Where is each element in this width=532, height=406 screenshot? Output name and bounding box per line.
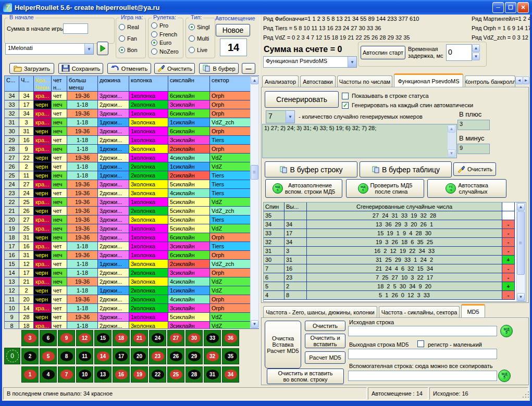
board-cell-9[interactable]: 9 bbox=[58, 330, 75, 346]
generated-row[interactable]: 323419 3 26 18 6 35 25- bbox=[264, 238, 526, 247]
generated-row[interactable]: 6237 25 27 10 3 22 17- bbox=[264, 273, 526, 282]
resize-grip[interactable] bbox=[522, 391, 529, 399]
scroll-up-icon[interactable]: ▲ bbox=[251, 77, 258, 84]
toolbar-clear-button[interactable]: Очистить bbox=[154, 63, 195, 74]
md5-clear-paste-calc-button[interactable]: ОчисткаВставкаРасчет MD5 bbox=[265, 321, 301, 369]
radio-icon[interactable] bbox=[151, 31, 157, 37]
board-cell-30[interactable]: 30 bbox=[185, 330, 203, 346]
history-row[interactable]: 1014кра...чет1-182дюжи...2колонка3сиклай… bbox=[5, 304, 258, 313]
radio-icon[interactable] bbox=[189, 35, 195, 42]
history-row[interactable]: 2722чернчет19-362дюжи...1колонка4сиклайн… bbox=[5, 154, 258, 162]
generated-row[interactable]: 331715 19 1 9 4 28 30- bbox=[264, 229, 526, 238]
history-row[interactable]: 1925кра...неч19-363дюжи...1колонка5сикла… bbox=[5, 224, 258, 233]
history-row[interactable]: 1120чернчет19-362дюжи...2колонка4сиклайн… bbox=[5, 295, 258, 304]
radio-icon[interactable] bbox=[119, 35, 125, 42]
chevron-down-icon[interactable]: ▼ bbox=[286, 111, 294, 123]
board-cell-8[interactable]: 8 bbox=[58, 348, 75, 364]
collapse-button[interactable]: — bbox=[242, 63, 255, 74]
radio-option-real[interactable]: Real bbox=[119, 24, 144, 30]
history-row[interactable]: 262чернчет1-181дюжи...2колонка1сиклайнVd… bbox=[5, 162, 258, 171]
board-cell-24[interactable]: 24 bbox=[149, 330, 166, 346]
history-row[interactable]: 2427кра...неч19-363дюжи...3колонка5сикла… bbox=[5, 180, 258, 189]
history-row[interactable]: 928чернчет19-363дюжи...1колонка5сиклайнV… bbox=[5, 313, 258, 322]
radio-icon[interactable] bbox=[151, 48, 157, 55]
board-cell-16[interactable]: 16 bbox=[113, 366, 130, 383]
generated-row[interactable]: 485 1 26 0 12 3 33- bbox=[264, 291, 526, 300]
board-cell-14[interactable]: 14 bbox=[94, 348, 112, 364]
board-cell-1[interactable]: 1 bbox=[21, 366, 39, 383]
scroll-up-icon[interactable]: ▲ bbox=[517, 203, 525, 211]
generated-row[interactable]: 343413 36 29 3 20 26 1- bbox=[264, 220, 526, 229]
autospin-start-button[interactable]: Автоспин старт bbox=[361, 46, 405, 59]
radio-option-bon[interactable]: Bon bbox=[119, 47, 144, 53]
toolbar-copy-button[interactable]: В буфер bbox=[199, 63, 239, 74]
generated-row[interactable]: 31316 2 12 19 22 34 33- bbox=[264, 247, 526, 256]
board-cell-29[interactable]: 29 bbox=[185, 348, 203, 364]
buffer-row-button[interactable]: В буфер строку bbox=[265, 161, 357, 177]
scroll-down-icon[interactable]: ▼ bbox=[251, 320, 258, 328]
history-row[interactable]: 818кра...чет1-182дюжи...3колонка3сиклайн… bbox=[5, 322, 258, 329]
history-row[interactable]: 2511черннеч1-181дюжи...2колонка2сиклайнT… bbox=[5, 171, 258, 180]
tab-freq-1[interactable]: Частота - Zero, шансы, дюжины, колонки bbox=[263, 306, 377, 318]
spinner-down-button[interactable]: ▼ bbox=[472, 53, 480, 60]
radio-icon[interactable] bbox=[119, 47, 125, 53]
tabs-scroll-right-button[interactable]: ► bbox=[523, 77, 529, 84]
toolbar-undo-button[interactable]: Отменить bbox=[107, 63, 151, 74]
board-cell-28[interactable]: 28 bbox=[185, 366, 203, 383]
history-row[interactable]: 3031черннеч19-363дюжи...1колонка6сиклайн… bbox=[5, 127, 258, 136]
board-cell-7[interactable]: 7 bbox=[58, 366, 75, 383]
start-sum-input[interactable] bbox=[63, 23, 88, 34]
history-row[interactable]: 2225кра...неч19-363дюжи...1колонка5сикла… bbox=[5, 198, 258, 207]
scroll-up-icon[interactable]: ▲ bbox=[448, 125, 455, 133]
autoshift-new-button[interactable]: Новое bbox=[216, 24, 250, 36]
md5-clear-paste-aux-button[interactable]: Очистить и вставитьво вспом. строку bbox=[267, 369, 344, 384]
count-combo[interactable]: 7 ▼ bbox=[266, 110, 295, 123]
history-row[interactable]: 1321кра...неч19-362дюжи...3колонка4сикла… bbox=[5, 277, 258, 286]
board-cell-18[interactable]: 18 bbox=[113, 330, 130, 346]
history-row[interactable]: 122чернчет1-181дюжи...2колонка1сиклайнVd… bbox=[5, 286, 258, 295]
history-row[interactable]: 2916кра...чет1-182дюжи...1колонка3сиклай… bbox=[5, 136, 258, 145]
generated-scrollbar[interactable]: ▲▼ bbox=[516, 202, 525, 301]
maximize-button[interactable]: ☐ bbox=[505, 2, 516, 13]
tabs-scroll-left-button[interactable]: ◄ bbox=[515, 77, 523, 84]
md5-clear-paste-button[interactable]: Очистить ивставить bbox=[305, 334, 345, 348]
md5-run-icon-button[interactable]: МД5 bbox=[500, 325, 513, 337]
history-row[interactable]: 1831черннеч19-363дюжи...1колонка6сиклайн… bbox=[5, 233, 258, 242]
board-cell-22[interactable]: 22 bbox=[149, 366, 166, 383]
history-row[interactable]: 2027кра...неч19-363дюжи...3колонка5сикла… bbox=[5, 215, 258, 224]
check-md5-button[interactable]: МД5 Проверить МД5после спина bbox=[346, 179, 424, 198]
functional-combo[interactable]: Функционал PsevdoMS ▼ bbox=[263, 56, 357, 68]
radio-icon[interactable] bbox=[189, 24, 195, 30]
board-cell-25[interactable]: 25 bbox=[167, 366, 184, 383]
history-row[interactable]: 3317черннеч1-182дюжи...2колонка3сиклайнO… bbox=[5, 100, 258, 109]
autobet-random-button[interactable]: ГСЧ Автоставкаслучайных bbox=[427, 179, 506, 198]
board-cell-2[interactable]: 2 bbox=[21, 348, 39, 364]
scroll-down-icon[interactable]: ▼ bbox=[448, 149, 455, 157]
tab-функционал-psevdoms[interactable]: Функционал PsevdoMS bbox=[394, 73, 463, 87]
radio-option-french[interactable]: French bbox=[151, 31, 182, 37]
radio-icon[interactable] bbox=[189, 47, 195, 53]
board-cell-6[interactable]: 6 bbox=[40, 330, 57, 346]
auto-generate-checkbox[interactable]: ✓ bbox=[342, 102, 349, 109]
radio-option-pro[interactable]: Pro bbox=[151, 22, 182, 29]
radio-option-fan[interactable]: Fan bbox=[119, 35, 144, 42]
board-cell-23[interactable]: 23 bbox=[149, 348, 166, 364]
board-cell-32[interactable]: 32 bbox=[204, 348, 221, 364]
close-button[interactable]: ✕ bbox=[517, 2, 529, 13]
show-status-checkbox[interactable] bbox=[342, 93, 349, 99]
generate-button[interactable]: Сгенерировать bbox=[265, 91, 339, 108]
toolbar-load-button[interactable]: Загрузить bbox=[9, 63, 54, 74]
history-row[interactable]: 3434кра...чет19-363дюжи...1колонка6сикла… bbox=[5, 92, 258, 100]
board-cell-27[interactable]: 27 bbox=[167, 330, 184, 346]
md5-output-input[interactable] bbox=[348, 349, 497, 359]
board-cell-26[interactable]: 26 bbox=[167, 348, 184, 364]
scroll-thumb[interactable] bbox=[251, 165, 258, 180]
history-scrollbar[interactable]: ▲▼ bbox=[250, 76, 259, 328]
tab-частоты-по-числам[interactable]: Частоты по числам bbox=[337, 75, 392, 87]
clear-generated-button[interactable]: Очистить bbox=[453, 162, 496, 176]
delay-input[interactable]: 0 bbox=[446, 44, 472, 61]
board-cell-35[interactable]: 35 bbox=[222, 348, 239, 364]
board-cell-31[interactable]: 31 bbox=[204, 366, 221, 383]
tab-анализатор[interactable]: Анализатор bbox=[262, 75, 299, 87]
autofill-md5-button[interactable]: МД5 Автозаполнениевспом. строки МД5 bbox=[265, 179, 342, 198]
